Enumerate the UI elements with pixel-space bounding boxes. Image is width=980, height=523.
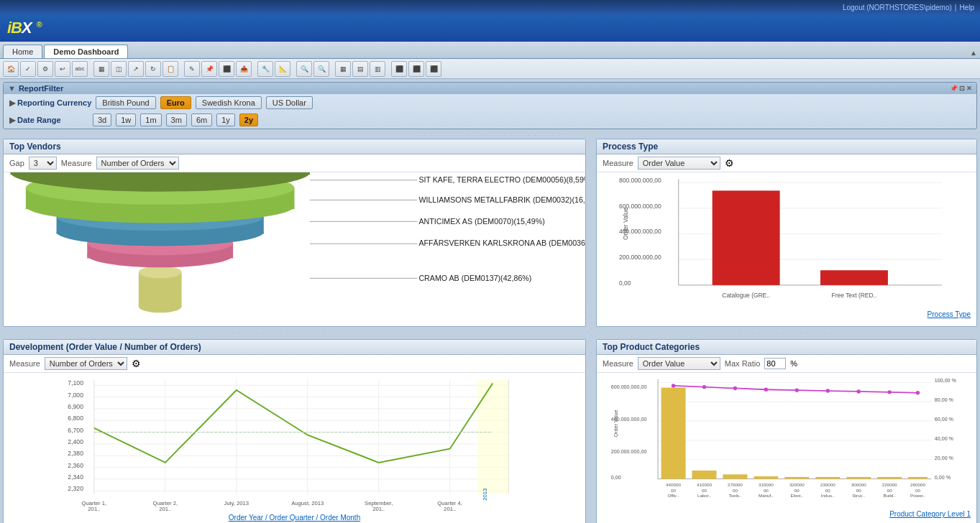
- tb-btn-1[interactable]: 🏠: [3, 61, 19, 77]
- tb-btn-8[interactable]: ↗: [128, 61, 144, 77]
- help-link[interactable]: Help: [959, 4, 974, 11]
- main-content: ▼ ReportFilter 📌 ⊡ ✕ ▶ Reporting Currenc…: [0, 79, 980, 523]
- tb-btn-15[interactable]: 🔧: [257, 61, 273, 77]
- svg-text:00: 00: [764, 487, 769, 492]
- svg-text:230000: 230000: [820, 482, 835, 487]
- svg-text:80,00 %: 80,00 %: [935, 397, 954, 403]
- logout-link[interactable]: Logout (NORTHSTORES\pidemo): [843, 4, 952, 11]
- svg-point-112: [857, 389, 861, 393]
- tb-btn-16[interactable]: 📐: [275, 61, 290, 77]
- svg-text:Order Value: Order Value: [622, 208, 629, 240]
- rf-collapse-icon[interactable]: ▼: [8, 84, 16, 93]
- date-btn-6m[interactable]: 6m: [191, 114, 212, 126]
- svg-point-109: [764, 387, 768, 391]
- rf-restore-icon[interactable]: ⊡: [959, 85, 965, 92]
- svg-text:00: 00: [856, 487, 861, 492]
- svg-text:600.000.000,00: 600.000.000,00: [611, 384, 647, 390]
- svg-text:SIT KAFE, TERRA ELECTRO (DEM00: SIT KAFE, TERRA ELECTRO (DEM00056)(8,59%…: [418, 175, 585, 184]
- funnel-chart: SIT KAFE, TERRA ELECTRO (DEM00056)(8,59%…: [4, 172, 585, 326]
- date-btn-3m[interactable]: 3m: [166, 114, 187, 126]
- svg-text:60,00 %: 60,00 %: [935, 417, 954, 422]
- gap-select[interactable]: 3510: [29, 157, 57, 170]
- svg-text:00: 00: [733, 487, 738, 492]
- max-ratio-unit: %: [790, 359, 797, 368]
- tab-demo-dashboard[interactable]: Demo Dashboard: [44, 45, 128, 58]
- line-chart: 7,100 7,000 6,900 6,800 6,700 2,400 2,38…: [4, 373, 585, 511]
- svg-rect-97: [661, 387, 686, 478]
- svg-rect-13: [11, 172, 310, 175]
- tb-btn-17[interactable]: ▦: [335, 61, 351, 77]
- svg-point-2: [139, 266, 182, 278]
- svg-text:Order Value: Order Value: [613, 409, 619, 437]
- rf-date-collapse[interactable]: ▶: [9, 116, 15, 125]
- report-filter: ▼ ReportFilter 📌 ⊡ ✕ ▶ Reporting Currenc…: [3, 82, 977, 129]
- currency-btn-sek[interactable]: Swedish Krona: [196, 96, 262, 109]
- rf-pin-icon[interactable]: 📌: [950, 85, 958, 92]
- process-settings-icon[interactable]: ⚙: [725, 157, 734, 169]
- development-panel: Development (Order Value / Number of Ord…: [3, 339, 586, 524]
- currency-btn-gbp[interactable]: British Pound: [96, 96, 155, 109]
- svg-text:WILLIAMSONS METALLFABRIK (DEM0: WILLIAMSONS METALLFABRIK (DEM0032)(16,63…: [418, 195, 585, 204]
- product-chart-link[interactable]: Product Category Level 1: [597, 509, 976, 519]
- svg-text:July, 2013: July, 2013: [224, 500, 249, 506]
- measure-select-products[interactable]: Order ValueNumber of Orders: [638, 357, 720, 370]
- svg-text:0,00: 0,00: [619, 279, 631, 287]
- tab-home[interactable]: Home: [3, 45, 42, 58]
- date-btn-1y[interactable]: 1y: [216, 114, 235, 126]
- rf-header: ▼ ReportFilter 📌 ⊡ ✕: [4, 83, 976, 94]
- tb-btn-2[interactable]: ✓: [20, 61, 36, 77]
- tb-btn-zoom-in[interactable]: 🔍: [296, 61, 312, 77]
- tb-btn-zoom-out[interactable]: 🔍: [313, 61, 329, 77]
- svg-point-110: [795, 388, 799, 392]
- tb-btn-10[interactable]: 📋: [162, 61, 178, 77]
- tab-scroll-up[interactable]: ▲: [967, 47, 980, 58]
- date-btn-1m[interactable]: 1m: [140, 114, 161, 126]
- tb-btn-6[interactable]: ▦: [93, 61, 109, 77]
- svg-point-107: [702, 384, 706, 388]
- tb-btn-12[interactable]: 📌: [201, 61, 217, 77]
- svg-text:Tools..: Tools..: [728, 492, 741, 497]
- tb-btn-21[interactable]: ⬛: [408, 61, 424, 77]
- svg-text:2,380: 2,380: [68, 450, 83, 457]
- tb-btn-9[interactable]: ↻: [145, 61, 161, 77]
- svg-text:200.000.000,00: 200.000.000,00: [611, 448, 647, 454]
- date-btn-1w[interactable]: 1w: [116, 114, 136, 126]
- tb-btn-20[interactable]: ⬛: [391, 61, 407, 77]
- svg-text:6,800: 6,800: [68, 415, 83, 422]
- tb-btn-abc[interactable]: abc: [72, 61, 88, 77]
- max-ratio-input[interactable]: [764, 358, 786, 369]
- tb-btn-3[interactable]: ⚙: [37, 61, 53, 77]
- currency-btn-eur[interactable]: Euro: [160, 96, 191, 109]
- svg-point-113: [887, 390, 891, 394]
- svg-rect-99: [723, 474, 747, 478]
- svg-text:Manuf..: Manuf..: [759, 492, 774, 497]
- svg-text:ANTICIMEX AS (DEM0070)(15,49%): ANTICIMEX AS (DEM0070)(15,49%): [418, 217, 544, 226]
- dev-settings-icon[interactable]: ⚙: [132, 358, 141, 369]
- tb-btn-18[interactable]: ▤: [352, 61, 368, 77]
- measure-label-process: Measure: [603, 159, 633, 167]
- tb-btn-4[interactable]: ↩: [55, 61, 70, 77]
- measure-select-dev[interactable]: Number of OrdersOrder Value: [45, 357, 127, 370]
- process-chart-link[interactable]: Process Type: [597, 309, 976, 320]
- gap-label: Gap: [9, 159, 24, 167]
- tb-btn-19[interactable]: ▥: [370, 61, 385, 77]
- svg-text:00: 00: [915, 487, 920, 492]
- measure-select-process[interactable]: Order ValueNumber of Orders: [638, 157, 720, 170]
- rf-close-icon[interactable]: ✕: [966, 85, 972, 92]
- product-categories-header: Top Product Categories: [597, 340, 976, 355]
- measure-select-vendors[interactable]: Number of OrdersOrder Value: [96, 157, 179, 170]
- tb-btn-22[interactable]: ⬛: [426, 61, 441, 77]
- tb-btn-7[interactable]: ◫: [111, 61, 127, 77]
- dev-chart-link[interactable]: Order Year / Order Quarter / Order Month: [4, 512, 585, 523]
- divider-2: · · · · · · · · · · · · · · · · · · · · …: [3, 330, 586, 336]
- date-btn-2y[interactable]: 2y: [239, 114, 258, 126]
- rf-currency-collapse[interactable]: ▶: [9, 98, 15, 108]
- date-btn-3d[interactable]: 3d: [93, 114, 111, 126]
- tb-btn-14[interactable]: 📤: [236, 61, 252, 77]
- currency-btn-usd[interactable]: US Dollar: [266, 96, 313, 109]
- svg-text:310000: 310000: [759, 482, 774, 487]
- svg-rect-44: [477, 379, 508, 494]
- tb-btn-13[interactable]: ⬛: [219, 61, 234, 77]
- tb-btn-11[interactable]: ✎: [184, 61, 200, 77]
- top-vendors-header: Top Vendors: [4, 139, 585, 154]
